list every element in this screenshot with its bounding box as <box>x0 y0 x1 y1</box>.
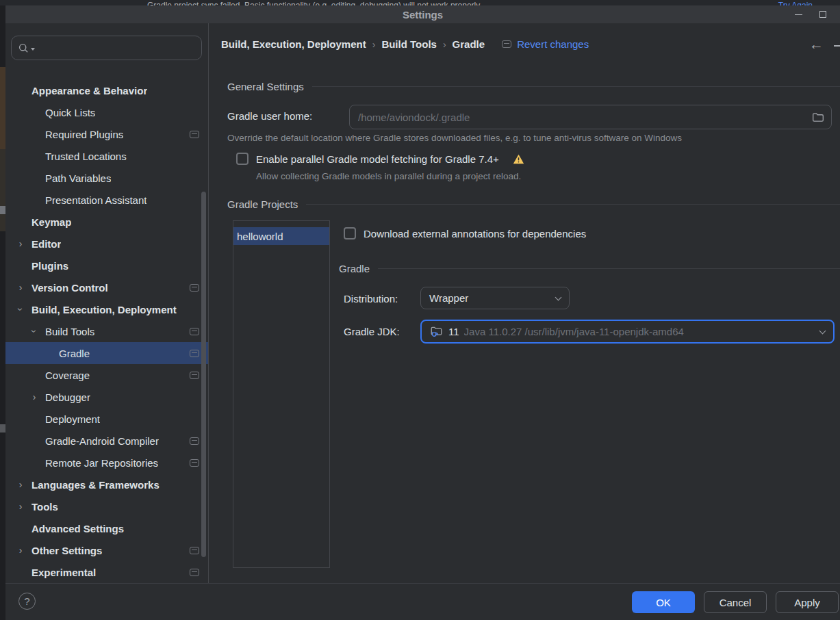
sidebar-item-label: Trusted Locations <box>45 151 127 162</box>
sidebar-item-version-control[interactable]: ›Version Control <box>5 276 208 298</box>
modified-indicator-icon <box>190 350 199 357</box>
sidebar-item-advanced-settings[interactable]: Advanced Settings <box>5 517 208 539</box>
sidebar-item-label: Experimental <box>31 567 96 578</box>
parallel-fetch-row: Enable parallel Gradle model fetching fo… <box>236 153 524 165</box>
parallel-fetch-label: Enable parallel Gradle model fetching fo… <box>256 153 499 165</box>
section-title: Gradle Projects <box>227 198 298 210</box>
settings-search-box[interactable] <box>11 36 202 60</box>
distribution-select[interactable]: Wrapper <box>420 287 570 309</box>
chevron-right-icon[interactable]: › <box>14 480 27 489</box>
sidebar-item-trusted-locations[interactable]: Trusted Locations <box>5 145 208 167</box>
minimize-button[interactable] <box>789 5 807 23</box>
sidebar-item-presentation-assistant[interactable]: Presentation Assistant <box>5 189 208 211</box>
apply-button[interactable]: Apply <box>776 591 839 613</box>
sidebar-item-path-variables[interactable]: Path Variables <box>5 167 208 189</box>
sidebar-scrollbar[interactable] <box>201 192 206 557</box>
breadcrumb: Build, Execution, Deployment›Build Tools… <box>221 38 589 50</box>
warning-icon <box>513 154 524 164</box>
sidebar-item-label: Appearance & Behavior <box>31 85 147 96</box>
breadcrumb-separator: › <box>372 39 376 50</box>
sidebar-item-plugins[interactable]: Plugins <box>5 255 208 276</box>
dialog-titlebar[interactable]: Settings <box>5 5 840 23</box>
annotations-label: Download external annotations for depend… <box>364 228 586 240</box>
sidebar-item-coverage[interactable]: Coverage <box>5 364 208 386</box>
modified-indicator-icon <box>190 284 199 292</box>
gradle-jdk-label: Gradle JDK: <box>344 326 400 337</box>
sidebar-item-label: Remote Jar Repositories <box>45 457 158 469</box>
ok-button[interactable]: OK <box>632 591 695 613</box>
parallel-fetch-checkbox[interactable] <box>236 153 249 165</box>
modified-indicator-icon <box>190 131 199 138</box>
sidebar-item-debugger[interactable]: ›Debugger <box>5 386 208 408</box>
sidebar-item-label: Plugins <box>31 260 68 272</box>
project-item-helloworld[interactable]: helloworld <box>233 227 329 245</box>
gradle-user-home-field[interactable] <box>349 105 832 129</box>
chevron-right-icon[interactable]: › <box>14 502 27 511</box>
settings-tree: Appearance & BehaviorQuick ListsRequired… <box>5 79 208 583</box>
breadcrumb-item-gradle[interactable]: Gradle <box>453 38 485 50</box>
modified-indicator-icon <box>190 437 199 445</box>
sidebar-item-languages-frameworks[interactable]: ›Languages & Frameworks <box>5 474 208 495</box>
sidebar-item-label: Advanced Settings <box>31 523 124 534</box>
gradle-user-home-input[interactable] <box>350 112 812 123</box>
help-icon[interactable]: ? <box>18 593 36 610</box>
sidebar-item-label: Debugger <box>45 391 90 403</box>
chevron-right-icon[interactable]: › <box>14 283 27 292</box>
sidebar-item-experimental[interactable]: Experimental <box>5 561 208 583</box>
sidebar-item-quick-lists[interactable]: Quick Lists <box>5 101 208 123</box>
section-divider <box>306 204 840 205</box>
gradle-jdk-select[interactable]: 11 Java 11.0.27 /usr/lib/jvm/java-11-ope… <box>420 320 835 344</box>
sidebar-item-label: Editor <box>31 238 61 250</box>
sidebar-item-other-settings[interactable]: ›Other Settings <box>5 539 208 561</box>
back-arrow-icon[interactable]: ← <box>809 37 824 51</box>
search-icon <box>18 43 29 53</box>
annotations-checkbox[interactable] <box>344 227 356 240</box>
chevron-down-icon[interactable]: › <box>16 302 25 316</box>
sidebar-item-tools[interactable]: ›Tools <box>5 495 208 517</box>
chevron-down-icon <box>819 327 826 334</box>
gradle-projects-section: Gradle Projects <box>227 197 840 211</box>
background-fragment <box>0 67 5 149</box>
sidebar-item-appearance-behavior[interactable]: Appearance & Behavior <box>5 79 208 101</box>
distribution-value: Wrapper <box>429 292 468 304</box>
sidebar-item-gradle-android-compiler[interactable]: Gradle-Android Compiler <box>5 430 208 452</box>
chevron-right-icon[interactable]: › <box>27 392 41 402</box>
background-notification-text: Gradle project sync failed. Basic functi… <box>147 1 482 5</box>
sidebar-item-deployment[interactable]: Deployment <box>5 408 208 430</box>
sidebar-item-editor[interactable]: ›Editor <box>5 233 208 255</box>
sidebar-item-keymap[interactable]: Keymap <box>5 211 208 233</box>
gradle-user-home-hint: Override the default location where Grad… <box>227 133 682 143</box>
maximize-button[interactable] <box>814 5 832 23</box>
sidebar-item-label: Path Variables <box>45 172 111 184</box>
background-fragment <box>0 206 5 214</box>
sidebar-item-gradle[interactable]: Gradle <box>5 342 208 364</box>
breadcrumb-item-build-execution-deployment[interactable]: Build, Execution, Deployment <box>221 38 366 50</box>
chevron-right-icon[interactable]: › <box>14 239 27 248</box>
sidebar-item-label: Presentation Assistant <box>45 194 147 206</box>
jdk-version: 11 <box>448 326 459 337</box>
chevron-right-icon[interactable]: › <box>14 545 27 555</box>
breadcrumb-separator: › <box>443 39 446 50</box>
sidebar-item-remote-jar-repositories[interactable]: Remote Jar Repositories <box>5 452 208 474</box>
sidebar-item-build-execution-deployment[interactable]: ›Build, Execution, Deployment <box>5 298 208 320</box>
section-divider <box>378 268 840 269</box>
breadcrumb-item-build-tools[interactable]: Build Tools <box>381 38 437 50</box>
minimize-icon <box>795 14 802 15</box>
settings-sidebar: Appearance & BehaviorQuick ListsRequired… <box>5 23 209 583</box>
sidebar-item-label: Other Settings <box>31 545 102 556</box>
sidebar-item-label: Build, Execution, Deployment <box>31 304 177 315</box>
revert-changes[interactable]: Revert changes <box>502 38 589 50</box>
search-history-caret-icon[interactable] <box>31 48 35 51</box>
settings-dialog: Settings Appearance & BehaviorQuick List… <box>5 5 840 620</box>
sidebar-item-required-plugins[interactable]: Required Plugins <box>5 123 208 145</box>
revert-changes-label[interactable]: Revert changes <box>517 38 589 50</box>
search-input[interactable] <box>39 42 201 53</box>
gradle-subsection: Gradle <box>339 261 840 275</box>
cancel-button[interactable]: Cancel <box>704 591 767 613</box>
folder-icon[interactable] <box>812 112 824 122</box>
sidebar-item-build-tools[interactable]: ›Build Tools <box>5 320 208 342</box>
section-divider <box>312 86 840 87</box>
chevron-down-icon[interactable]: › <box>29 324 39 338</box>
background-fragment <box>0 149 5 231</box>
sidebar-item-label: Build Tools <box>45 326 94 337</box>
